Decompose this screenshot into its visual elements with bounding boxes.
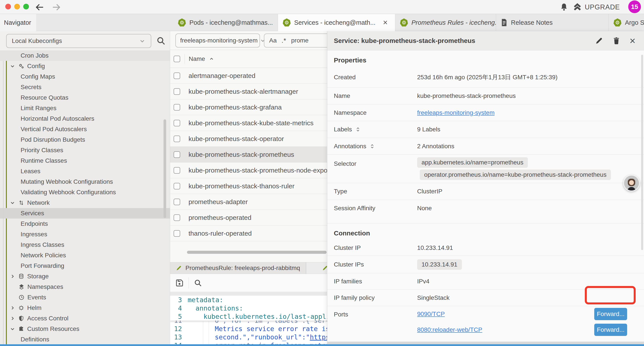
sidebar-scrollbar[interactable] bbox=[164, 119, 166, 218]
expand-collapse-icon[interactable] bbox=[355, 127, 361, 132]
row-checkbox[interactable] bbox=[174, 151, 180, 158]
row-checkbox[interactable] bbox=[174, 214, 180, 221]
list-item[interactable]: kube-prometheus-stack-prometheus-node-ex… bbox=[170, 162, 327, 178]
select-all-checkbox[interactable] bbox=[174, 56, 180, 62]
regex-toggle[interactable]: .* bbox=[282, 37, 286, 44]
name-column-header[interactable]: Name bbox=[189, 55, 205, 62]
tab-services[interactable]: Services - icecheng@math... × bbox=[278, 14, 395, 31]
sidebar-item-access-control[interactable]: Access Control bbox=[7, 313, 170, 324]
sidebar-item-limit-ranges[interactable]: Limit Ranges bbox=[7, 103, 170, 113]
editor-tab-prometheusrule[interactable]: PrometheusRule: freeleaps-prod-rabbitmq bbox=[170, 262, 306, 274]
row-checkbox[interactable] bbox=[174, 199, 180, 205]
list-item[interactable]: thanos-ruler-operated bbox=[170, 226, 327, 241]
namespace-selector[interactable]: freeleaps-monitoring-system bbox=[175, 33, 260, 47]
namespace-link[interactable]: freeleaps-monitoring-system bbox=[417, 109, 494, 116]
tab-pods[interactable]: Pods - icecheng@mathmas... bbox=[173, 14, 278, 31]
tab-close-icon[interactable]: × bbox=[383, 19, 388, 26]
row-checkbox[interactable] bbox=[174, 183, 180, 189]
sidebar-item-secrets[interactable]: Secrets bbox=[7, 82, 170, 92]
code-link[interactable]: https://net bbox=[310, 333, 327, 341]
chevron-right-icon[interactable] bbox=[10, 316, 15, 321]
sidebar-item-ingresses[interactable]: Ingresses bbox=[7, 229, 170, 240]
sort-ascending-icon[interactable] bbox=[209, 56, 214, 62]
sidebar-item-network-policies[interactable]: Network Policies bbox=[7, 250, 170, 261]
sidebar-item-horizontal-pod-autoscalers[interactable]: Horizontal Pod Autoscalers bbox=[7, 113, 170, 124]
yaml-editor[interactable]: 3metadata: 4 annotations: 5 kubectl.kube… bbox=[170, 296, 327, 344]
match-case-toggle[interactable]: Aa bbox=[269, 37, 277, 44]
sidebar-search-icon[interactable] bbox=[156, 36, 166, 45]
sidebar-item-definitions[interactable]: Definitions bbox=[7, 334, 170, 344]
row-checkbox[interactable] bbox=[174, 136, 180, 142]
sidebar-item-resource-quotas[interactable]: Resource Quotas bbox=[7, 92, 170, 103]
chevron-down-icon[interactable] bbox=[10, 326, 15, 332]
sidebar-item-cron-jobs[interactable]: Cron Jobs bbox=[0, 50, 170, 61]
sidebar-item-custom-resources[interactable]: Custom Resources bbox=[7, 324, 170, 334]
list-item[interactable]: kube-prometheus-stack-kube-state-metrics bbox=[170, 115, 327, 131]
list-item[interactable]: alertmanager-operated bbox=[170, 68, 327, 84]
horizontal-scrollbar[interactable] bbox=[187, 251, 326, 254]
navigator-header[interactable]: Navigator bbox=[0, 14, 36, 31]
list-item[interactable]: prometheus-operated bbox=[170, 210, 327, 226]
row-checkbox[interactable] bbox=[174, 167, 180, 174]
chevron-down-icon[interactable] bbox=[10, 63, 15, 69]
sidebar-item-priority-classes[interactable]: Priority Classes bbox=[7, 145, 170, 155]
tab-argo[interactable]: Argo Se bbox=[609, 14, 644, 31]
sidebar-item-config-maps[interactable]: Config Maps bbox=[7, 71, 170, 82]
row-checkbox[interactable] bbox=[174, 72, 180, 79]
port-link-8080[interactable]: 8080:reloader-web/TCP bbox=[417, 326, 482, 333]
close-icon[interactable]: × bbox=[630, 36, 636, 46]
row-checkbox[interactable] bbox=[174, 120, 180, 126]
sidebar-item-port-forwarding[interactable]: Port Forwarding bbox=[7, 261, 170, 271]
forward-arrow-icon[interactable] bbox=[52, 3, 61, 12]
sidebar-item-services[interactable]: Services bbox=[0, 208, 170, 219]
editor-tab-next[interactable] bbox=[306, 262, 328, 274]
sidebar-item-ingress-classes[interactable]: Ingress Classes bbox=[7, 240, 170, 250]
list-item[interactable]: kube-prometheus-stack-alertmanager bbox=[170, 84, 327, 99]
tab-release-notes[interactable]: Release Notes bbox=[496, 14, 609, 31]
sidebar-item-leases[interactable]: Leases bbox=[7, 166, 170, 177]
sidebar-item-namespaces[interactable]: Namespaces bbox=[7, 282, 170, 292]
sidebar-item-storage[interactable]: Storage bbox=[7, 271, 170, 282]
list-item[interactable]: kube-prometheus-stack-grafana bbox=[170, 99, 327, 115]
detail-scrollbar[interactable] bbox=[641, 55, 643, 250]
kubeconfig-selector[interactable]: Local Kubeconfigs bbox=[6, 34, 151, 48]
sidebar-item-vertical-pod-autoscalers[interactable]: Vertical Pod Autoscalers bbox=[7, 124, 170, 134]
editor-search-icon[interactable] bbox=[194, 279, 202, 287]
sidebar-item-pod-disruption-budgets[interactable]: Pod Disruption Budgets bbox=[7, 134, 170, 145]
sidebar-item-runtime-classes[interactable]: Runtime Classes bbox=[7, 155, 170, 166]
list-search-input[interactable]: Aa .* prome bbox=[264, 33, 330, 47]
edit-pencil-icon[interactable] bbox=[595, 36, 603, 45]
window-close-button[interactable] bbox=[5, 4, 11, 9]
window-zoom-button[interactable] bbox=[23, 4, 29, 9]
save-icon[interactable] bbox=[175, 278, 184, 288]
row-checkbox[interactable] bbox=[174, 230, 180, 237]
delete-trash-icon[interactable] bbox=[612, 36, 620, 45]
sidebar-item-helm[interactable]: Helm bbox=[7, 303, 170, 313]
assistant-avatar[interactable] bbox=[623, 175, 640, 191]
notifications-bell-icon[interactable] bbox=[560, 3, 568, 11]
sidebar-item-network[interactable]: Network bbox=[7, 198, 170, 208]
sidebar-item-validating-webhook-configurations[interactable]: Validating Webhook Configurations bbox=[7, 187, 170, 198]
expand-collapse-icon[interactable] bbox=[369, 143, 375, 149]
tab-prometheus-rules[interactable]: Prometheus Rules - icecheng... bbox=[395, 14, 496, 31]
window-minimize-button[interactable] bbox=[14, 4, 20, 9]
chevron-right-icon[interactable] bbox=[10, 274, 15, 279]
upgrade-button[interactable]: UPGRADE bbox=[573, 3, 620, 11]
row-checkbox[interactable] bbox=[174, 88, 180, 95]
list-item[interactable]: kube-prometheus-stack-thanos-ruler bbox=[170, 178, 327, 194]
chevron-right-icon[interactable] bbox=[10, 305, 15, 311]
list-item[interactable]: prometheus-adapter bbox=[170, 194, 327, 210]
sidebar-item-mutating-webhook-configurations[interactable]: Mutating Webhook Configurations bbox=[7, 177, 170, 187]
sidebar-item-config[interactable]: Config bbox=[7, 61, 170, 71]
row-checkbox[interactable] bbox=[174, 104, 180, 111]
account-badge[interactable]: 15 bbox=[628, 0, 641, 13]
list-item-selected[interactable]: kube-prometheus-stack-prometheus bbox=[170, 147, 327, 162]
port-link-9090[interactable]: 9090/TCP bbox=[417, 311, 445, 318]
sidebar-item-endpoints[interactable]: Endpoints bbox=[7, 219, 170, 229]
list-item[interactable]: kube-prometheus-stack-operator bbox=[170, 131, 327, 147]
forward-button-9090[interactable]: Forward... bbox=[594, 308, 627, 320]
back-arrow-icon[interactable] bbox=[35, 3, 44, 12]
sidebar-item-events[interactable]: Events bbox=[7, 292, 170, 303]
forward-button-8080[interactable]: Forward... bbox=[594, 324, 627, 336]
chevron-down-icon[interactable] bbox=[10, 200, 15, 206]
